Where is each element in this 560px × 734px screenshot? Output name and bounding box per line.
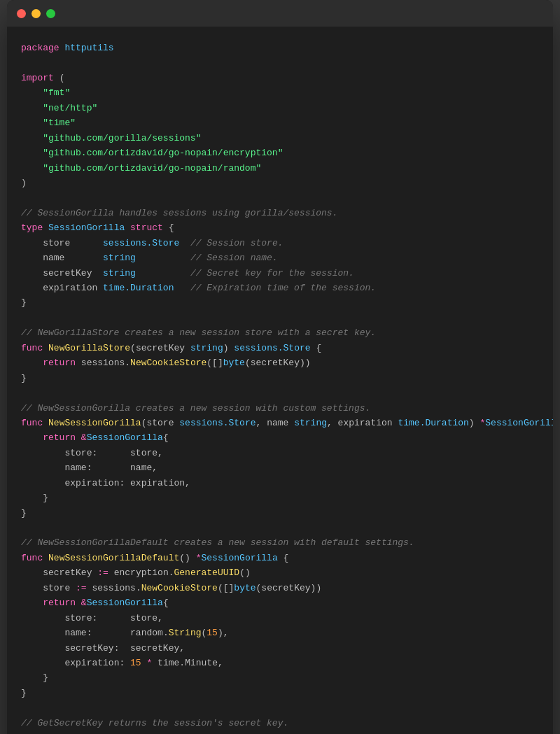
minimize-button[interactable] xyxy=(31,9,41,18)
close-button[interactable] xyxy=(17,9,26,18)
maximize-button[interactable] xyxy=(46,9,55,18)
code-window: package httputils import ( "fmt" "net/ht… xyxy=(7,0,553,734)
code-editor[interactable]: package httputils import ( "fmt" "net/ht… xyxy=(7,27,553,734)
titlebar xyxy=(7,0,553,27)
